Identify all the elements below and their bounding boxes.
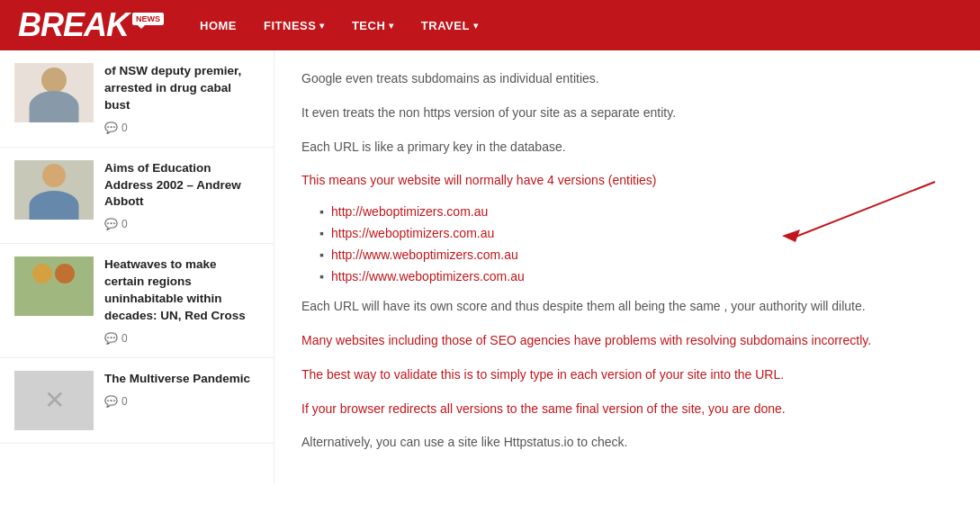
nav-tech[interactable]: TECH ▾ bbox=[352, 19, 394, 32]
chevron-down-icon: ▾ bbox=[389, 21, 394, 31]
comment-icon: 💬 bbox=[104, 122, 118, 134]
article-paragraph-highlight: Many websites including those of SEO age… bbox=[301, 330, 953, 352]
sidebar-thumbnail bbox=[14, 256, 94, 316]
list-item[interactable]: http://www.weboptimizers.com.au bbox=[319, 248, 953, 262]
sidebar-item-content: The Multiverse Pandemic 💬 0 bbox=[104, 371, 259, 408]
sidebar-item-content: of NSW deputy premier, arrested in drug … bbox=[104, 63, 259, 134]
nav-travel[interactable]: TRAVEL ▾ bbox=[421, 19, 479, 32]
thumbnail-image bbox=[14, 256, 94, 316]
sidebar-item[interactable]: Aims of Education Address 2002 – Andrew … bbox=[0, 148, 274, 245]
nav-home[interactable]: HOME bbox=[200, 19, 237, 32]
sidebar-item-comments[interactable]: 💬 0 bbox=[104, 332, 259, 345]
sidebar-item-title: The Multiverse Pandemic bbox=[104, 371, 259, 388]
site-logo[interactable]: BREAK NEWS bbox=[18, 9, 164, 41]
sidebar-item[interactable]: The Multiverse Pandemic 💬 0 bbox=[0, 358, 274, 444]
url-list-container: http://weboptimizers.com.au https://webo… bbox=[301, 204, 953, 284]
thumbnail-image bbox=[14, 371, 94, 430]
chevron-down-icon: ▾ bbox=[473, 21, 479, 31]
sidebar-item-title: of NSW deputy premier, arrested in drug … bbox=[104, 63, 259, 114]
sidebar-item-comments[interactable]: 💬 0 bbox=[104, 218, 259, 230]
list-item[interactable]: https://www.weboptimizers.com.au bbox=[319, 269, 953, 284]
sidebar-item-comments[interactable]: 💬 0 bbox=[104, 395, 259, 408]
sidebar-item[interactable]: of NSW deputy premier, arrested in drug … bbox=[0, 50, 274, 148]
sidebar: of NSW deputy premier, arrested in drug … bbox=[0, 50, 274, 484]
sidebar-thumbnail bbox=[14, 63, 94, 122]
article-paragraph: Alternatively, you can use a site like H… bbox=[301, 432, 953, 454]
url-list: http://weboptimizers.com.au https://webo… bbox=[319, 204, 953, 284]
chevron-down-icon: ▾ bbox=[319, 21, 325, 31]
comment-icon: 💬 bbox=[104, 218, 118, 230]
sidebar-item-comments[interactable]: 💬 0 bbox=[104, 122, 259, 134]
article-paragraph-highlight: If your browser redirects all versions t… bbox=[301, 399, 953, 420]
article-paragraph-highlight: The best way to validate this is to simp… bbox=[301, 364, 953, 386]
article-paragraph-highlight: This means your website will normally ha… bbox=[301, 170, 953, 192]
logo-badge: NEWS bbox=[132, 13, 164, 25]
sidebar-item-content: Heatwaves to make certain regions uninha… bbox=[104, 256, 259, 345]
main-nav: HOME FITNESS ▾ TECH ▾ TRAVEL ▾ bbox=[200, 19, 478, 32]
sidebar-item-content: Aims of Education Address 2002 – Andrew … bbox=[104, 160, 259, 231]
comment-icon: 💬 bbox=[104, 332, 118, 345]
logo-text: BREAK bbox=[18, 9, 129, 41]
article-paragraph: Each URL will have its own score and thu… bbox=[301, 296, 953, 318]
article-content: Google even treats subdomains as individ… bbox=[274, 50, 980, 484]
sidebar-item-title: Aims of Education Address 2002 – Andrew … bbox=[104, 160, 259, 212]
list-item[interactable]: https://weboptimizers.com.au bbox=[319, 226, 953, 240]
sidebar-thumbnail bbox=[14, 371, 94, 430]
thumbnail-image bbox=[14, 160, 94, 220]
comment-icon: 💬 bbox=[104, 395, 118, 408]
main-layout: of NSW deputy premier, arrested in drug … bbox=[0, 50, 980, 484]
thumbnail-image bbox=[14, 63, 94, 122]
sidebar-item-title: Heatwaves to make certain regions uninha… bbox=[104, 256, 259, 325]
article-paragraph: Google even treats subdomains as individ… bbox=[301, 68, 953, 90]
article-paragraph: Each URL is like a primary key in the da… bbox=[301, 137, 953, 158]
sidebar-item[interactable]: Heatwaves to make certain regions uninha… bbox=[0, 244, 274, 358]
sidebar-thumbnail bbox=[14, 160, 94, 220]
site-header: BREAK NEWS HOME FITNESS ▾ TECH ▾ TRAVEL … bbox=[0, 0, 980, 50]
nav-fitness[interactable]: FITNESS ▾ bbox=[264, 19, 325, 32]
list-item[interactable]: http://weboptimizers.com.au bbox=[319, 204, 953, 219]
article-paragraph: It even treats the non https version of … bbox=[301, 103, 953, 124]
